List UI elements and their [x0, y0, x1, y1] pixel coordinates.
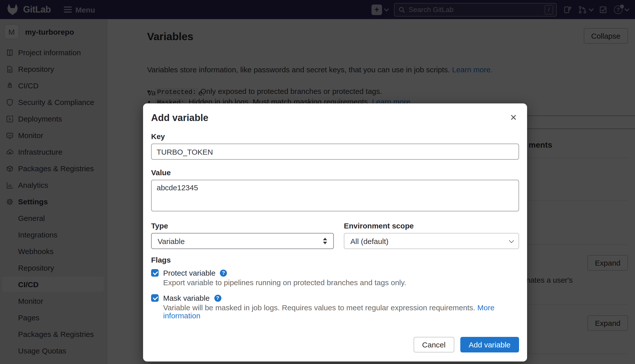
environment-scope-label: Environment scope — [344, 221, 519, 230]
select-caret-icon — [323, 237, 327, 245]
value-label: Value — [151, 168, 519, 177]
add-variable-modal: Add variable ✕ Key Value abcde12345 Type… — [143, 103, 527, 361]
environment-scope-field: Environment scope All (default) — [344, 221, 519, 249]
protect-help-icon[interactable]: ? — [220, 269, 227, 276]
type-select[interactable]: Variable — [151, 233, 334, 249]
modal-header: Add variable ✕ — [151, 112, 519, 124]
modal-footer: Cancel Add variable — [414, 337, 519, 352]
environment-scope-dropdown[interactable]: All (default) — [344, 233, 519, 249]
protect-variable-checkbox[interactable] — [151, 269, 159, 277]
close-icon[interactable]: ✕ — [508, 112, 519, 123]
modal-title: Add variable — [151, 112, 208, 124]
mask-variable-row: Mask variable ? — [151, 294, 519, 302]
mask-variable-description: Variable will be masked in job logs. Req… — [151, 304, 502, 320]
mask-help-icon[interactable]: ? — [214, 294, 221, 301]
chevron-down-icon — [509, 238, 514, 243]
protect-variable-label: Protect variable — [163, 269, 215, 277]
gitlab-app: GitLab Menu + / — [0, 0, 635, 364]
mask-variable-label: Mask variable — [163, 294, 210, 302]
value-textarea[interactable]: abcde12345 — [151, 180, 519, 211]
type-selected-value: Variable — [158, 237, 185, 245]
protect-variable-description: Export variable to pipelines running on … — [151, 279, 519, 287]
mask-variable-checkbox[interactable] — [151, 294, 159, 302]
add-variable-button[interactable]: Add variable — [460, 337, 519, 352]
environment-scope-selected-value: All (default) — [350, 237, 389, 245]
cancel-button[interactable]: Cancel — [414, 337, 454, 352]
type-label: Type — [151, 221, 334, 230]
key-label: Key — [151, 132, 519, 141]
protect-variable-row: Protect variable ? — [151, 269, 519, 277]
flags-label: Flags — [151, 256, 519, 264]
key-input[interactable] — [151, 144, 519, 160]
type-field: Type Variable — [151, 221, 334, 249]
type-env-row: Type Variable Environment scope All (def… — [151, 221, 519, 249]
